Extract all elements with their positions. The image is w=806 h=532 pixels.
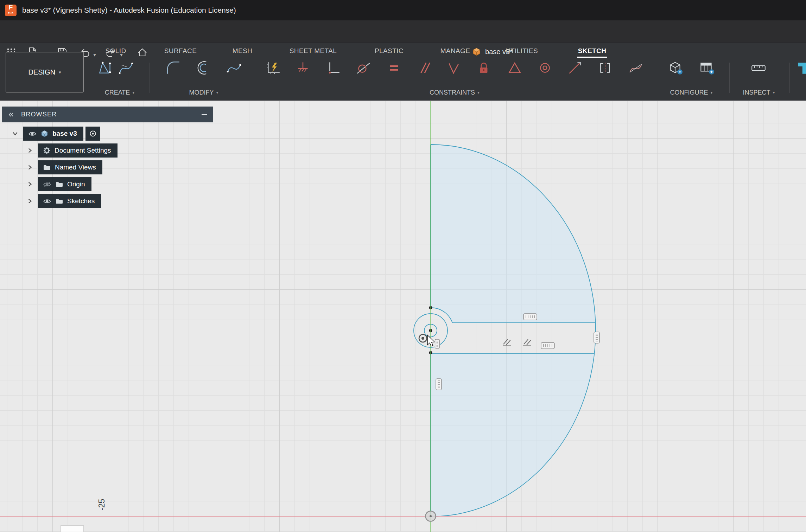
snap-target-icon [419, 334, 427, 342]
constraint-badge-equal[interactable] [523, 314, 537, 320]
constraint-badge-vertical[interactable] [594, 332, 599, 343]
fusion-logo-icon: FFUS [5, 5, 17, 16]
chevron-down-icon[interactable] [12, 130, 18, 137]
equal-icon[interactable] [386, 60, 402, 76]
radio-target-icon [89, 129, 97, 138]
sketch-profile[interactable] [414, 145, 596, 517]
spline-icon[interactable] [118, 60, 134, 76]
browser-panel-title: BROWSER [21, 111, 195, 118]
tab-manage[interactable]: MANAGE [440, 43, 470, 59]
group-label-create[interactable]: CREATE [105, 89, 135, 96]
gear-icon [43, 147, 51, 154]
origin-point[interactable] [426, 511, 436, 521]
constraint-badge-parallel[interactable] [503, 339, 511, 345]
eye-off-icon[interactable] [43, 181, 51, 187]
collinear-icon[interactable] [566, 60, 583, 76]
sketch-scene: -25 [0, 101, 806, 532]
browser-item-label: Origin [67, 180, 87, 188]
browser-row-document-settings[interactable]: Document Settings [27, 143, 118, 158]
browser-row-named-views[interactable]: Named Views [27, 160, 102, 174]
title-bar: FFUS base v3* (Vignesh Shetty) - Autodes… [0, 0, 806, 20]
group-label-configure[interactable]: CONFIGURE [670, 89, 712, 96]
quick-access-toolbar: ▾ ▾ ▾ base v3* [0, 20, 806, 43]
perpendicular-icon[interactable] [445, 60, 462, 76]
browser-panel-header[interactable]: BROWSER [2, 107, 213, 122]
design-workspace-label: DESIGN [28, 68, 55, 76]
midpoint-icon[interactable] [507, 60, 523, 76]
tab-solid[interactable]: SOLID [105, 43, 126, 59]
chevron-right-icon[interactable] [27, 147, 33, 154]
group-label-inspect[interactable]: INSPECT [743, 89, 775, 96]
offset-icon[interactable] [195, 60, 211, 76]
document-cube-icon [472, 47, 481, 57]
logo-letter: F [9, 4, 13, 10]
measure-icon[interactable] [750, 60, 767, 76]
curve-icon[interactable] [226, 60, 242, 76]
browser-row-component[interactable]: base v3 [12, 127, 100, 141]
lock-icon[interactable] [476, 60, 492, 76]
constraint-badge-parallel[interactable] [523, 339, 531, 345]
folder-icon [55, 198, 63, 204]
browser-row-sketches[interactable]: Sketches [27, 194, 101, 208]
chevron-right-icon[interactable] [27, 164, 33, 171]
insert-partial-icon[interactable] [796, 60, 806, 76]
tab-sketch[interactable]: SKETCH [578, 43, 607, 59]
browser-row-origin[interactable]: Origin [27, 177, 91, 191]
fillet-icon[interactable] [165, 60, 182, 76]
configure-box-icon[interactable] [667, 60, 683, 76]
browser-item-label: base v3 [52, 130, 78, 137]
constraint-badge-vertical[interactable] [435, 339, 440, 348]
eye-icon[interactable] [28, 131, 37, 137]
browser-item-label: Document Settings [55, 147, 113, 154]
tab-mesh[interactable]: MESH [233, 43, 253, 59]
curvature-icon[interactable] [628, 60, 644, 76]
home-icon[interactable] [136, 46, 148, 58]
tab-plastic[interactable]: PLASTIC [375, 43, 404, 59]
line-icon[interactable] [97, 60, 114, 76]
modeling-canvas[interactable]: -25 [0, 101, 806, 532]
chevron-right-icon[interactable] [27, 198, 33, 204]
ribbon-divider [150, 63, 150, 93]
axis-tick-label: -25 [97, 499, 106, 511]
design-workspace-button[interactable]: DESIGN [6, 52, 84, 92]
ribbon-divider [789, 63, 790, 93]
folder-icon [55, 181, 63, 187]
ribbon-divider [653, 63, 653, 93]
tab-surface[interactable]: SURFACE [164, 43, 197, 59]
parallel-icon[interactable] [416, 60, 432, 76]
group-label-modify[interactable]: MODIFY [189, 89, 218, 96]
collapse-icon[interactable] [8, 112, 14, 117]
configuration-table-icon[interactable] [698, 60, 715, 76]
minimize-icon[interactable] [202, 114, 207, 115]
activate-component-radio[interactable] [85, 127, 100, 141]
eye-icon[interactable] [43, 198, 51, 204]
ribbon-divider [253, 63, 253, 93]
bottom-edge-chip [61, 525, 84, 532]
chevron-right-icon[interactable] [27, 181, 33, 187]
browser-item-label: Sketches [67, 197, 96, 205]
tab-utilities[interactable]: UTILITIES [506, 43, 538, 59]
constraint-badge-vertical[interactable] [436, 379, 442, 390]
chevron-down-icon[interactable]: ▾ [91, 49, 98, 61]
window-title: base v3* (Vignesh Shetty) - Autodesk Fus… [22, 6, 236, 14]
constraint-badge-equal[interactable] [541, 342, 554, 349]
folder-icon [43, 164, 51, 171]
ground-icon[interactable] [295, 60, 311, 76]
group-label-constraints[interactable]: CONSTRAINTS [430, 89, 480, 96]
ribbon-divider [729, 63, 730, 93]
tab-sheet-metal[interactable]: SHEET METAL [290, 43, 337, 59]
sketch-dimension-icon[interactable] [265, 60, 281, 76]
component-cube-icon [40, 130, 49, 138]
concentric-icon[interactable] [537, 60, 553, 76]
horizontal-vertical-icon[interactable] [325, 60, 341, 76]
tangent-icon[interactable] [355, 60, 371, 76]
symmetry-icon[interactable] [597, 60, 613, 76]
browser-item-label: Named Views [55, 164, 97, 171]
